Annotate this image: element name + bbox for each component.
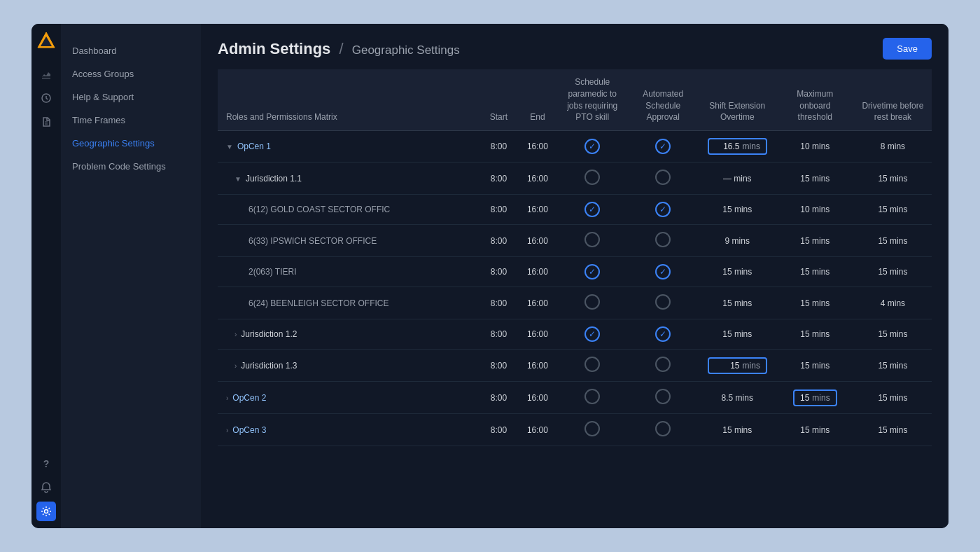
start-cell[interactable]: 8:00: [479, 350, 519, 382]
checked-icon[interactable]: ✓: [584, 264, 600, 280]
nav-clock-icon[interactable]: [36, 88, 56, 108]
drivetime-cell[interactable]: 15 mins: [854, 257, 932, 287]
drivetime-cell[interactable]: 15 mins: [854, 350, 932, 382]
unchecked-icon[interactable]: [584, 170, 600, 185]
start-cell[interactable]: 8:00: [479, 414, 519, 446]
start-cell[interactable]: 8:00: [479, 131, 519, 163]
end-cell[interactable]: 16:00: [518, 225, 557, 257]
end-cell[interactable]: 16:00: [518, 350, 557, 382]
collapse-icon[interactable]: ▼: [226, 143, 233, 151]
sidebar-item-help-support[interactable]: Help & Support: [61, 85, 201, 109]
schedule-paramedic-cell[interactable]: [557, 382, 628, 414]
end-cell[interactable]: 16:00: [518, 319, 557, 350]
drivetime-cell[interactable]: 15 mins: [854, 319, 932, 350]
checked-icon[interactable]: ✓: [655, 326, 671, 342]
drivetime-cell[interactable]: 15 mins: [854, 382, 932, 414]
schedule-paramedic-cell[interactable]: ✓: [557, 319, 628, 350]
shift-extension-cell[interactable]: 15 mins: [699, 287, 776, 319]
sidebar-item-problem-code[interactable]: Problem Code Settings: [61, 155, 201, 178]
auto-approval-cell[interactable]: [628, 163, 699, 195]
shift-extension-cell[interactable]: 9 mins: [699, 225, 776, 257]
drivetime-cell[interactable]: 15 mins: [854, 225, 932, 257]
start-cell[interactable]: 8:00: [479, 163, 519, 195]
drivetime-cell[interactable]: 15 mins: [854, 414, 932, 446]
shift-extension-cell[interactable]: 15 mins: [699, 195, 776, 225]
max-onboard-cell[interactable]: 10 mins: [776, 195, 854, 225]
shift-extension-cell[interactable]: mins: [699, 131, 776, 163]
unchecked-icon[interactable]: [655, 294, 671, 310]
start-cell[interactable]: 8:00: [479, 287, 519, 319]
checked-icon[interactable]: ✓: [655, 264, 671, 280]
nav-chart-icon[interactable]: [36, 64, 56, 84]
drivetime-cell[interactable]: 15 mins: [854, 163, 932, 195]
unchecked-icon[interactable]: [655, 170, 671, 185]
sidebar-item-time-frames[interactable]: Time Frames: [61, 109, 201, 132]
auto-approval-cell[interactable]: [628, 414, 699, 446]
drivetime-cell[interactable]: 15 mins: [854, 195, 932, 225]
unchecked-icon[interactable]: [655, 389, 671, 404]
auto-approval-cell[interactable]: [628, 350, 699, 382]
unchecked-icon[interactable]: [584, 294, 600, 310]
auto-approval-cell[interactable]: ✓: [628, 257, 699, 287]
schedule-paramedic-cell[interactable]: [557, 414, 628, 446]
max-onboard-cell[interactable]: 15 mins: [776, 287, 854, 319]
checked-icon[interactable]: ✓: [584, 326, 600, 342]
schedule-paramedic-cell[interactable]: ✓: [557, 257, 628, 287]
sidebar-item-geographic-settings[interactable]: Geographic Settings: [61, 132, 201, 155]
auto-approval-cell[interactable]: ✓: [628, 319, 699, 350]
unchecked-icon[interactable]: [584, 357, 600, 372]
drivetime-cell[interactable]: 8 mins: [854, 131, 932, 163]
end-cell[interactable]: 16:00: [518, 287, 557, 319]
end-cell[interactable]: 16:00: [518, 195, 557, 225]
end-cell[interactable]: 16:00: [518, 414, 557, 446]
shift-extension-cell[interactable]: 15 mins: [699, 414, 776, 446]
max-onboard-cell[interactable]: 15 mins: [776, 319, 854, 350]
start-cell[interactable]: 8:00: [479, 319, 519, 350]
max-onboard-cell[interactable]: 15 mins: [776, 225, 854, 257]
unchecked-icon[interactable]: [584, 421, 600, 436]
sidebar-item-access-groups[interactable]: Access Groups: [61, 62, 201, 85]
schedule-paramedic-cell[interactable]: ✓: [557, 131, 628, 163]
start-cell[interactable]: 8:00: [479, 382, 519, 414]
max-onboard-cell[interactable]: 10 mins: [776, 131, 854, 163]
drivetime-cell[interactable]: 4 mins: [854, 287, 932, 319]
shift-extension-cell[interactable]: mins: [699, 350, 776, 382]
shift-extension-cell[interactable]: 15 mins: [699, 319, 776, 350]
auto-approval-cell[interactable]: ✓: [628, 195, 699, 225]
checked-icon[interactable]: ✓: [584, 202, 600, 217]
auto-approval-cell[interactable]: [628, 225, 699, 257]
checked-icon[interactable]: ✓: [655, 202, 671, 217]
end-cell[interactable]: 16:00: [518, 131, 557, 163]
auto-approval-cell[interactable]: ✓: [628, 131, 699, 163]
auto-approval-cell[interactable]: [628, 382, 699, 414]
shift-extension-input[interactable]: [715, 361, 740, 371]
max-onboard-cell[interactable]: 15 mins: [776, 414, 854, 446]
auto-approval-cell[interactable]: [628, 287, 699, 319]
unchecked-icon[interactable]: [655, 421, 671, 436]
shift-extension-cell[interactable]: — mins: [699, 163, 776, 195]
start-cell[interactable]: 8:00: [479, 195, 519, 225]
schedule-paramedic-cell[interactable]: [557, 350, 628, 382]
max-onboard-cell[interactable]: 15 mins: [776, 350, 854, 382]
checked-icon[interactable]: ✓: [584, 139, 600, 154]
unchecked-icon[interactable]: [655, 357, 671, 372]
sidebar-item-dashboard[interactable]: Dashboard: [61, 39, 201, 62]
unchecked-icon[interactable]: [584, 232, 600, 247]
schedule-paramedic-cell[interactable]: [557, 287, 628, 319]
shift-extension-input[interactable]: [715, 142, 740, 151]
end-cell[interactable]: 16:00: [518, 257, 557, 287]
nav-help-icon[interactable]: ?: [36, 454, 56, 474]
expand-icon[interactable]: ›: [234, 362, 237, 370]
expand-icon[interactable]: ›: [234, 331, 237, 338]
expand-icon[interactable]: ›: [226, 427, 228, 434]
max-onboard-cell[interactable]: 15 mins: [776, 163, 854, 195]
nav-document-icon[interactable]: [36, 112, 56, 132]
checked-icon[interactable]: ✓: [655, 139, 671, 154]
app-logo[interactable]: [36, 31, 56, 50]
start-cell[interactable]: 8:00: [479, 225, 519, 257]
nav-bell-icon[interactable]: [36, 478, 56, 497]
shift-extension-cell[interactable]: 15 mins: [699, 257, 776, 287]
unchecked-icon[interactable]: [584, 389, 600, 404]
schedule-paramedic-cell[interactable]: [557, 163, 628, 195]
unchecked-icon[interactable]: [655, 232, 671, 247]
